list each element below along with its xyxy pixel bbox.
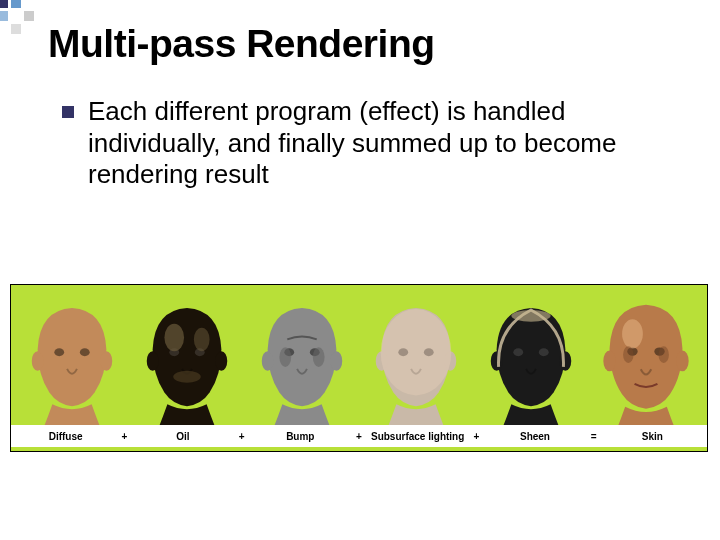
operator: + xyxy=(116,431,132,442)
svg-point-25 xyxy=(539,348,549,356)
svg-point-28 xyxy=(676,351,688,372)
slide-title: Multi-pass Rendering xyxy=(48,22,435,66)
svg-point-16 xyxy=(312,347,324,367)
bullet-text: Each different program (effect) is handl… xyxy=(88,96,662,191)
svg-point-24 xyxy=(513,348,523,356)
head-diffuse xyxy=(18,297,126,429)
svg-point-21 xyxy=(381,309,452,395)
svg-point-27 xyxy=(603,351,615,372)
operator: + xyxy=(351,431,367,442)
bullet-marker xyxy=(62,106,74,118)
svg-point-22 xyxy=(491,351,503,371)
svg-point-31 xyxy=(622,319,643,348)
operator: = xyxy=(586,431,602,442)
caption-diffuse: Diffuse xyxy=(15,431,116,442)
operator: + xyxy=(234,431,250,442)
svg-point-8 xyxy=(164,324,184,351)
render-heads-row xyxy=(11,285,707,429)
head-oil xyxy=(133,297,241,429)
svg-point-23 xyxy=(559,351,571,371)
bullet-item: Each different program (effect) is handl… xyxy=(62,96,662,191)
corner-decoration xyxy=(0,0,34,34)
svg-point-12 xyxy=(330,351,342,371)
svg-point-26 xyxy=(511,310,550,322)
render-passes-figure: Diffuse+Oil+Bump+Subsurface lighting+She… xyxy=(10,284,708,452)
svg-point-10 xyxy=(173,371,200,383)
svg-point-11 xyxy=(261,351,273,371)
head-skin xyxy=(592,297,700,429)
operator: + xyxy=(468,431,484,442)
head-bump xyxy=(248,297,356,429)
caption-sheen: Sheen xyxy=(484,431,585,442)
caption-oil: Oil xyxy=(132,431,233,442)
svg-point-0 xyxy=(32,351,44,371)
slide-body: Each different program (effect) is handl… xyxy=(62,96,662,191)
svg-point-9 xyxy=(194,328,210,352)
head-sheen xyxy=(477,297,585,429)
svg-point-15 xyxy=(279,347,291,367)
svg-point-32 xyxy=(623,346,633,363)
svg-point-33 xyxy=(658,346,668,363)
svg-point-1 xyxy=(101,351,113,371)
caption-skin: Skin xyxy=(602,431,703,442)
svg-point-5 xyxy=(215,351,227,371)
head-subsurface lighting xyxy=(362,297,470,429)
caption-bump: Bump xyxy=(250,431,351,442)
svg-point-2 xyxy=(55,348,65,356)
svg-point-4 xyxy=(147,351,159,371)
svg-point-3 xyxy=(80,348,90,356)
caption-subsurface-lighting: Subsurface lighting xyxy=(367,431,468,442)
render-captions-row: Diffuse+Oil+Bump+Subsurface lighting+She… xyxy=(11,425,707,447)
